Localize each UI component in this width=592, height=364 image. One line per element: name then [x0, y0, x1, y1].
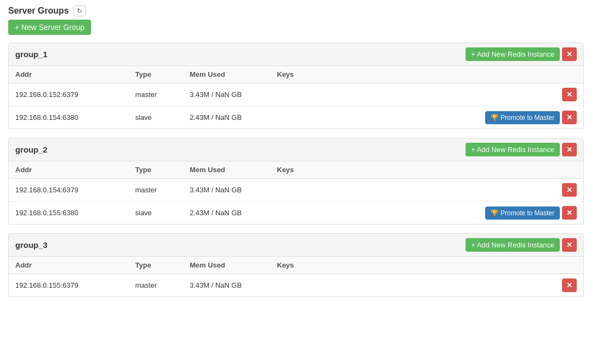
add-instance-button-group_3[interactable]: + Add New Redis Instance: [466, 238, 560, 252]
col-header-keys: Keys: [270, 257, 325, 274]
col-header-actions: [325, 161, 583, 179]
instance-mem-used: 2.43M / NaN GB: [183, 202, 270, 225]
server-group-group_2: group_2+ Add New Redis Instance✕AddrType…: [8, 138, 584, 225]
table-row: 192.168.0.152:6379master3.43M / NaN GB✕: [9, 83, 583, 106]
instance-mem-used: 3.43M / NaN GB: [183, 274, 270, 297]
instance-keys: [270, 83, 325, 106]
instance-mem-used: 3.43M / NaN GB: [183, 83, 270, 106]
instance-addr: 192.168.0.155:6380: [9, 202, 129, 225]
instance-type: slave: [129, 106, 183, 129]
col-header-mem-used: Mem Used: [183, 66, 270, 83]
promote-to-master-button[interactable]: 🏆 Promote to Master: [485, 111, 560, 124]
refresh-button[interactable]: ↻: [73, 5, 86, 16]
group-actions-group_3: + Add New Redis Instance✕: [466, 238, 577, 252]
add-instance-button-group_2[interactable]: + Add New Redis Instance: [466, 143, 560, 156]
col-header-mem-used: Mem Used: [183, 161, 270, 179]
col-header-keys: Keys: [270, 66, 325, 83]
delete-group-button-group_1[interactable]: ✕: [562, 47, 577, 61]
instance-actions: 🏆 Promote to Master✕: [325, 106, 583, 129]
col-header-actions: [325, 66, 583, 83]
row-actions-container: 🏆 Promote to Master✕: [331, 111, 577, 124]
col-header-mem-used: Mem Used: [183, 257, 270, 274]
group-name-group_1: group_1: [15, 50, 47, 59]
page-title: Server Groups: [8, 6, 69, 16]
instances-table-group_1: AddrTypeMem UsedKeys192.168.0.152:6379ma…: [9, 66, 583, 129]
instance-keys: [270, 106, 325, 129]
page-header: Server Groups ↻: [8, 5, 584, 16]
col-header-keys: Keys: [270, 161, 325, 179]
group-header-group_1: group_1+ Add New Redis Instance✕: [9, 43, 583, 66]
col-header-actions: [325, 257, 583, 274]
instance-actions: 🏆 Promote to Master✕: [325, 202, 583, 225]
delete-instance-button[interactable]: ✕: [562, 88, 577, 101]
instances-table-group_2: AddrTypeMem UsedKeys192.168.0.154:6379ma…: [9, 161, 583, 224]
table-row: 192.168.0.155:6379master3.43M / NaN GB✕: [9, 274, 583, 297]
row-actions-container: ✕: [331, 278, 577, 292]
col-header-type: Type: [129, 161, 183, 179]
table-row: 192.168.0.154:6379master3.43M / NaN GB✕: [9, 179, 583, 202]
group-header-group_2: group_2+ Add New Redis Instance✕: [9, 138, 583, 161]
row-actions-container: ✕: [331, 88, 577, 101]
promote-to-master-button[interactable]: 🏆 Promote to Master: [485, 207, 560, 220]
instance-addr: 192.168.0.152:6379: [9, 83, 129, 106]
table-row: 192.168.0.155:6380slave2.43M / NaN GB🏆 P…: [9, 202, 583, 225]
instance-keys: [270, 179, 325, 202]
group-actions-group_1: + Add New Redis Instance✕: [466, 47, 577, 61]
col-header-addr: Addr: [9, 66, 129, 83]
instance-keys: [270, 202, 325, 225]
table-row: 192.168.0.154:6380slave2.43M / NaN GB🏆 P…: [9, 106, 583, 129]
instance-mem-used: 3.43M / NaN GB: [183, 179, 270, 202]
instance-type: master: [129, 83, 183, 106]
instance-keys: [270, 274, 325, 297]
row-actions-container: ✕: [331, 183, 577, 197]
instance-addr: 192.168.0.154:6380: [9, 106, 129, 129]
delete-group-button-group_3[interactable]: ✕: [562, 238, 577, 252]
instance-actions: ✕: [325, 83, 583, 106]
instance-addr: 192.168.0.154:6379: [9, 179, 129, 202]
delete-instance-button[interactable]: ✕: [562, 111, 577, 124]
delete-group-button-group_2[interactable]: ✕: [562, 143, 577, 156]
instance-addr: 192.168.0.155:6379: [9, 274, 129, 297]
col-header-addr: Addr: [9, 161, 129, 179]
new-server-group-button[interactable]: + New Server Group: [8, 20, 91, 35]
instance-mem-used: 2.43M / NaN GB: [183, 106, 270, 129]
groups-container: group_1+ Add New Redis Instance✕AddrType…: [8, 43, 584, 297]
group-header-group_3: group_3+ Add New Redis Instance✕: [9, 234, 583, 257]
instance-type: master: [129, 274, 183, 297]
group-name-group_2: group_2: [15, 145, 47, 154]
col-header-addr: Addr: [9, 257, 129, 274]
instances-table-group_3: AddrTypeMem UsedKeys192.168.0.155:6379ma…: [9, 257, 583, 296]
instance-type: master: [129, 179, 183, 202]
server-group-group_1: group_1+ Add New Redis Instance✕AddrType…: [8, 43, 584, 129]
group-actions-group_2: + Add New Redis Instance✕: [466, 143, 577, 156]
add-instance-button-group_1[interactable]: + Add New Redis Instance: [466, 47, 560, 61]
instance-actions: ✕: [325, 274, 583, 297]
instance-type: slave: [129, 202, 183, 225]
server-group-group_3: group_3+ Add New Redis Instance✕AddrType…: [8, 233, 584, 297]
col-header-type: Type: [129, 66, 183, 83]
row-actions-container: 🏆 Promote to Master✕: [331, 206, 577, 220]
delete-instance-button[interactable]: ✕: [562, 278, 577, 292]
delete-instance-button[interactable]: ✕: [562, 183, 577, 197]
group-name-group_3: group_3: [15, 240, 47, 250]
delete-instance-button[interactable]: ✕: [562, 206, 577, 220]
instance-actions: ✕: [325, 179, 583, 202]
col-header-type: Type: [129, 257, 183, 274]
